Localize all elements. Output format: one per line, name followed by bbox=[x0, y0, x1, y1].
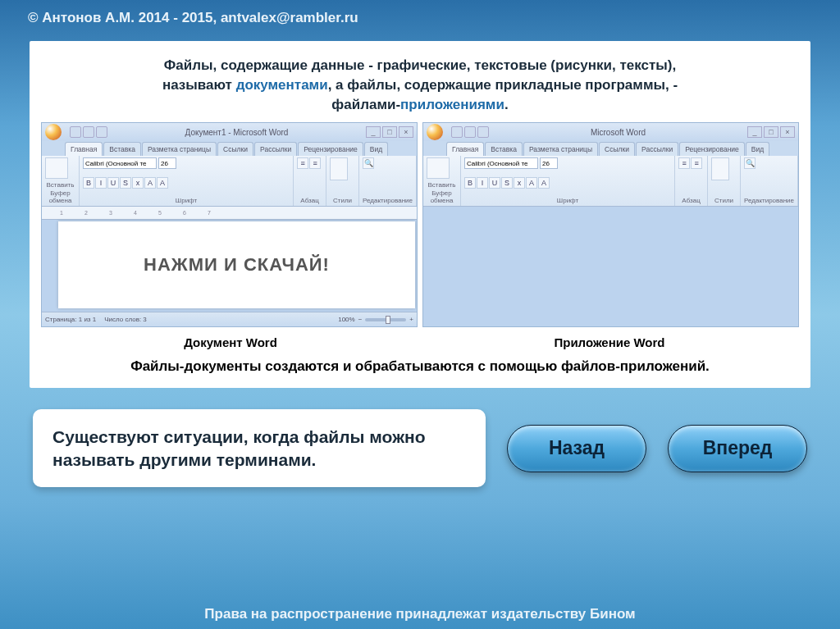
forward-button[interactable]: Вперед bbox=[668, 425, 807, 472]
word-screenshots-row: Документ1 - Microsoft Word _□× Главная В… bbox=[41, 122, 799, 327]
sub-icon[interactable]: x bbox=[514, 177, 525, 189]
intro-line3b: . bbox=[504, 97, 509, 112]
highlight-icon[interactable]: A bbox=[144, 177, 156, 189]
bottom-sentence: Файлы-документы создаются и обрабатывают… bbox=[41, 358, 799, 376]
tab-home[interactable]: Главная bbox=[446, 142, 484, 156]
quick-access-toolbar[interactable] bbox=[70, 126, 107, 138]
close-icon[interactable]: × bbox=[780, 126, 795, 138]
intro-line2a: называют bbox=[162, 77, 236, 93]
paste-label: Вставить bbox=[427, 180, 457, 189]
italic-icon[interactable]: I bbox=[477, 177, 488, 189]
highlight-icon[interactable]: A bbox=[526, 177, 537, 189]
intro-line2b: , а файлы, содержащие прикладные програм… bbox=[328, 77, 678, 93]
minimize-icon[interactable]: _ bbox=[366, 126, 381, 138]
numbers-icon[interactable]: ≡ bbox=[309, 157, 321, 169]
font-name-input[interactable] bbox=[83, 157, 157, 169]
find-icon[interactable]: 🔍 bbox=[744, 157, 756, 169]
tab-review[interactable]: Рецензирование bbox=[679, 142, 745, 156]
group-paragraph: ≡≡ Абзац bbox=[675, 156, 708, 206]
find-icon[interactable]: 🔍 bbox=[363, 157, 374, 169]
ribbon-tabs-left[interactable]: Главная Вставка Разметка страницы Ссылки… bbox=[42, 141, 417, 156]
styles-button[interactable] bbox=[711, 157, 729, 180]
zoom-plus-icon[interactable]: + bbox=[409, 316, 413, 323]
window-title-left: Документ1 - Microsoft Word bbox=[185, 128, 289, 137]
paste-button[interactable] bbox=[45, 157, 68, 179]
font-name-input[interactable] bbox=[464, 157, 538, 169]
strike-icon[interactable]: S bbox=[501, 177, 513, 189]
document-area-left[interactable]: НАЖМИ И СКАЧАЙ! bbox=[58, 221, 415, 308]
tab-mailings[interactable]: Рассылки bbox=[254, 142, 297, 156]
titlebar-left: Документ1 - Microsoft Word _□× bbox=[42, 123, 417, 141]
font-group-label: Шрифт bbox=[83, 196, 290, 204]
office-button-icon[interactable] bbox=[427, 124, 443, 140]
tab-insert[interactable]: Вставка bbox=[103, 142, 141, 156]
close-icon[interactable]: × bbox=[399, 126, 413, 138]
para-label: Абзац bbox=[678, 196, 704, 204]
bullets-icon[interactable]: ≡ bbox=[297, 157, 308, 169]
tab-references[interactable]: Ссылки bbox=[217, 142, 253, 156]
window-controls[interactable]: _□× bbox=[747, 126, 795, 138]
group-font: B I U S x A A Шрифт bbox=[80, 156, 294, 206]
strike-icon[interactable]: S bbox=[120, 177, 131, 189]
zoom-slider[interactable] bbox=[365, 318, 406, 321]
tab-layout[interactable]: Разметка страницы bbox=[142, 142, 217, 156]
copyright-text: © Антонов А.М. 2014 - 2015, antvalex@ram… bbox=[0, 0, 840, 26]
clipboard-label: Буфер обмена bbox=[45, 189, 75, 204]
ribbon-tabs-right[interactable]: Главная Вставка Разметка страницы Ссылки… bbox=[423, 141, 798, 156]
window-title-right: Microsoft Word bbox=[591, 128, 646, 137]
word-window-application[interactable]: Microsoft Word _□× Главная Вставка Разме… bbox=[422, 122, 799, 327]
edit-label: Редактирование bbox=[744, 196, 794, 204]
font-size-input[interactable] bbox=[540, 157, 558, 169]
sub-icon[interactable]: x bbox=[132, 177, 144, 189]
italic-icon[interactable]: I bbox=[95, 177, 107, 189]
tab-review[interactable]: Рецензирование bbox=[298, 142, 363, 156]
titlebar-right: Microsoft Word _□× bbox=[423, 123, 798, 141]
word-window-document[interactable]: Документ1 - Microsoft Word _□× Главная В… bbox=[41, 122, 418, 327]
navigation-row: Существуют ситуации, когда файлы можно н… bbox=[33, 409, 807, 487]
quick-access-toolbar[interactable] bbox=[451, 126, 489, 138]
zoom-control[interactable]: 100% − + bbox=[338, 316, 413, 323]
paste-label: Вставить bbox=[45, 180, 75, 189]
maximize-icon[interactable]: □ bbox=[382, 126, 397, 138]
underline-icon[interactable]: U bbox=[107, 177, 119, 189]
bullets-icon[interactable]: ≡ bbox=[678, 157, 690, 169]
edit-label: Редактирование bbox=[363, 196, 413, 204]
back-button[interactable]: Назад bbox=[507, 425, 646, 472]
zoom-minus-icon[interactable]: − bbox=[358, 316, 363, 323]
maximize-icon[interactable]: □ bbox=[764, 126, 778, 138]
group-styles: Стили bbox=[326, 156, 359, 206]
intro-highlight-apps: приложениями bbox=[400, 97, 504, 112]
intro-paragraph: Файлы, содержащие данные - графические, … bbox=[41, 56, 799, 122]
zoom-value: 100% bbox=[338, 316, 354, 323]
tab-references[interactable]: Ссылки bbox=[599, 142, 635, 156]
content-card: Файлы, содержащие данные - графические, … bbox=[30, 41, 810, 388]
tab-layout[interactable]: Разметка страницы bbox=[523, 142, 598, 156]
styles-button[interactable] bbox=[330, 157, 348, 180]
font-buttons[interactable]: B I U S x A A bbox=[83, 177, 290, 189]
caption-left: Документ Word bbox=[41, 335, 420, 349]
tab-view[interactable]: Вид bbox=[364, 142, 388, 156]
status-page: Страница: 1 из 1 bbox=[45, 316, 96, 323]
paste-button[interactable] bbox=[427, 157, 450, 179]
font-buttons[interactable]: B I U S x A A bbox=[464, 177, 671, 189]
color-icon[interactable]: A bbox=[157, 177, 168, 189]
statusbar-left: Страница: 1 из 1 Число слов: 3 100% − + bbox=[42, 312, 417, 326]
bold-icon[interactable]: B bbox=[464, 177, 476, 189]
bold-icon[interactable]: B bbox=[83, 177, 94, 189]
tab-insert[interactable]: Вставка bbox=[485, 142, 523, 156]
tab-mailings[interactable]: Рассылки bbox=[636, 142, 678, 156]
window-controls[interactable]: _□× bbox=[366, 126, 413, 138]
underline-icon[interactable]: U bbox=[489, 177, 500, 189]
numbers-icon[interactable]: ≡ bbox=[691, 157, 702, 169]
footer-rights: Права на распространение принадлежат изд… bbox=[0, 606, 840, 622]
tab-home[interactable]: Главная bbox=[65, 142, 103, 156]
office-button-icon[interactable] bbox=[45, 124, 62, 140]
minimize-icon[interactable]: _ bbox=[747, 126, 762, 138]
font-size-input[interactable] bbox=[158, 157, 176, 169]
styles-label: Стили bbox=[330, 196, 355, 204]
ruler-left: 1234567 bbox=[42, 207, 417, 220]
caption-right: Приложение Word bbox=[420, 335, 799, 349]
color-icon[interactable]: A bbox=[538, 177, 550, 189]
tab-view[interactable]: Вид bbox=[746, 142, 769, 156]
document-body-text: НАЖМИ И СКАЧАЙ! bbox=[144, 254, 330, 276]
